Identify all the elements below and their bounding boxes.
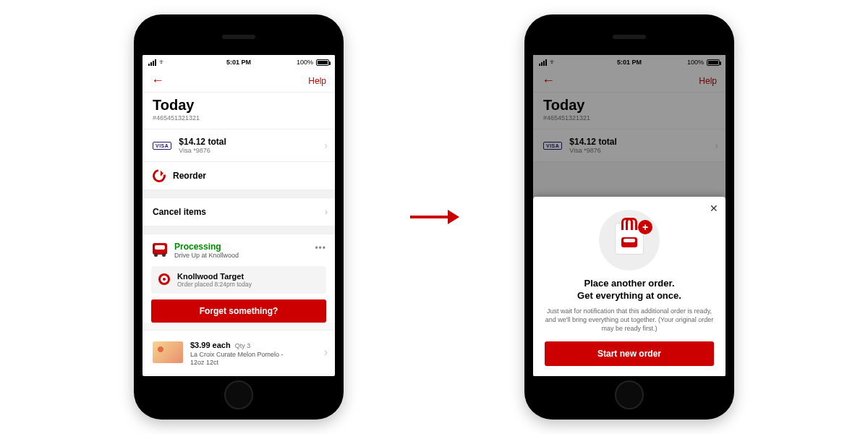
phone-speaker bbox=[613, 35, 646, 39]
wifi-icon: ᯤ bbox=[159, 59, 166, 66]
section-gap bbox=[142, 226, 335, 234]
item-qty: Qty 3 bbox=[235, 342, 251, 349]
battery-icon bbox=[316, 59, 329, 66]
line-item[interactable]: $3.99 eachQty 3 La Croix Curate Melon Po… bbox=[142, 330, 335, 374]
chevron-right-icon: › bbox=[324, 346, 328, 359]
status-bar: ᯤ 5:01 PM 100% bbox=[142, 55, 335, 69]
order-number: #465451321321 bbox=[153, 114, 325, 122]
item-description: La Croix Curate Melon Pomelo - 12oz 12ct bbox=[190, 351, 299, 367]
sheet-body: Just wait for notification that this add… bbox=[545, 307, 714, 333]
phone-speaker bbox=[222, 35, 255, 39]
product-thumbnail bbox=[153, 341, 183, 363]
store-info: Knollwood Target Order placed 8:24pm tod… bbox=[151, 266, 326, 294]
section-gap bbox=[142, 190, 335, 197]
item-price: $3.99 each bbox=[190, 341, 231, 349]
chevron-right-icon: › bbox=[324, 140, 328, 151]
fulfillment-card: Processing Drive Up at Knollwood ••• Kno… bbox=[142, 234, 335, 323]
store-name: Knollwood Target bbox=[177, 272, 252, 281]
signal-icon bbox=[148, 59, 156, 66]
plus-badge-icon: + bbox=[638, 220, 652, 234]
drive-up-icon bbox=[153, 243, 167, 255]
drive-up-icon bbox=[621, 237, 637, 247]
svg-marker-1 bbox=[448, 210, 459, 224]
phone-frame-left: ᯤ 5:01 PM 100% ← Help Today #46545132132… bbox=[134, 14, 344, 420]
forget-something-button[interactable]: Forget something? bbox=[151, 299, 326, 323]
reorder-label: Reorder bbox=[173, 171, 206, 181]
home-button[interactable] bbox=[615, 380, 644, 409]
target-logo-icon bbox=[158, 273, 170, 285]
card-last4: Visa *9876 bbox=[179, 147, 226, 154]
nav-bar: ← Help bbox=[142, 69, 335, 93]
help-link[interactable]: Help bbox=[308, 76, 326, 86]
close-button[interactable]: ✕ bbox=[710, 203, 718, 214]
reorder-row[interactable]: Reorder bbox=[142, 162, 335, 190]
start-new-order-button[interactable]: Start new order bbox=[545, 341, 714, 366]
new-order-sheet: ✕ + Place another order.Get everything a… bbox=[533, 197, 726, 376]
reorder-icon bbox=[150, 166, 168, 184]
flow-arrow-icon bbox=[409, 205, 459, 229]
fulfillment-status: Processing bbox=[174, 242, 239, 252]
payment-row[interactable]: VISA $14.12 total Visa *9876 › bbox=[142, 129, 335, 162]
phone-frame-right: ᯤ 5:01 PM 100% ← Help Today #46545132132… bbox=[524, 14, 734, 420]
order-header: Today #465451321321 bbox=[142, 93, 335, 129]
visa-badge: VISA bbox=[153, 142, 171, 150]
chevron-right-icon: › bbox=[325, 207, 328, 217]
cancel-items-row[interactable]: Cancel items › bbox=[142, 197, 335, 226]
screen-modal: ᯤ 5:01 PM 100% ← Help Today #46545132132… bbox=[533, 55, 726, 376]
order-placed-time: Order placed 8:24pm today bbox=[177, 281, 252, 288]
more-menu-button[interactable]: ••• bbox=[315, 243, 326, 253]
sheet-title: Place another order.Get everything at on… bbox=[545, 278, 714, 302]
back-button[interactable]: ← bbox=[151, 73, 164, 88]
cancel-items-label: Cancel items bbox=[153, 207, 206, 217]
battery-percent: 100% bbox=[297, 59, 313, 66]
home-button[interactable] bbox=[224, 380, 253, 409]
sheet-illustration: + bbox=[599, 210, 660, 271]
fulfillment-method: Drive Up at Knollwood bbox=[174, 252, 239, 259]
status-time: 5:01 PM bbox=[226, 59, 251, 66]
screen-order-details: ᯤ 5:01 PM 100% ← Help Today #46545132132… bbox=[142, 55, 335, 376]
order-total: $14.12 total bbox=[179, 137, 226, 147]
page-title: Today bbox=[153, 97, 325, 114]
